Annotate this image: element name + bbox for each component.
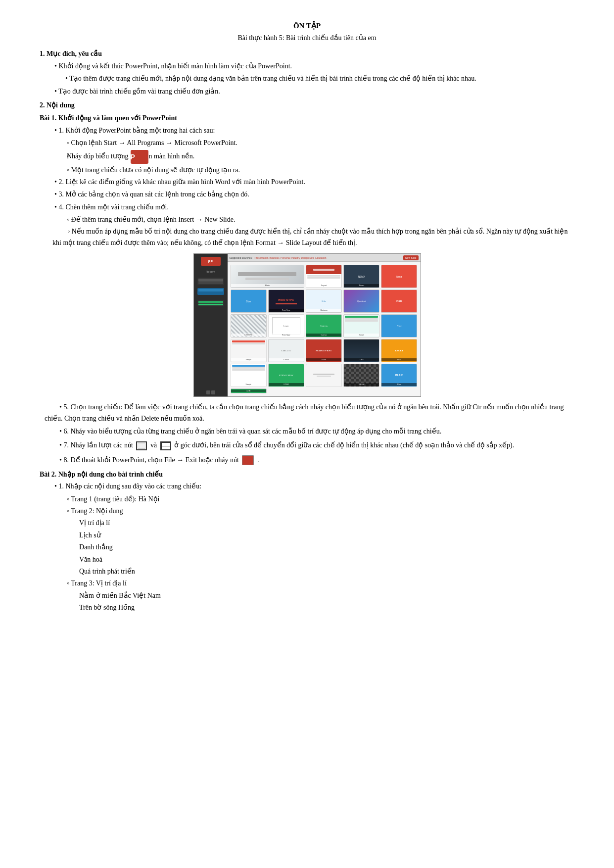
pp-sidebar: PP Recent: [194, 254, 228, 396]
bai1-item4-sub1: ◦ Để thêm trang chiếu mới, chọn lệnh Ins…: [67, 214, 574, 225]
bai1-item4-sub2: ◦ Nếu muốn áp dụng mẫu bố trí nội dung c…: [52, 226, 574, 248]
bai2-trang2-item1: Vị trí địa lí: [79, 518, 574, 529]
section1-bullet3: • Tạo được bài trình chiếu gồm vài trang…: [54, 86, 574, 97]
bai2-trang2-item3: Danh thắng: [79, 542, 574, 553]
pp-thumb-5: Blue: [231, 289, 267, 313]
bai1-item3: • 3. Mở các bảng chọn và quan sát các lệ…: [54, 189, 574, 200]
pp-thumb-3: NOVA Theme: [343, 265, 379, 288]
slide-view-icon: [136, 441, 147, 450]
bai1-item1-sub1: ◦ Chọn lệnh Start → All Programs → Micro…: [67, 138, 574, 148]
bai2-trang2-item4: Văn hoá: [79, 554, 574, 565]
grid-view-icon: [160, 441, 171, 450]
pp-thumb-14: Note: [381, 314, 417, 338]
pp-screenshot: PP Recent Suggested searches: Presentati…: [193, 253, 421, 397]
pp-top-bar: Suggested searches: Presentation Busines…: [228, 254, 421, 262]
bai1-item2: • 2. Liệt kê các điểm giống và khác nhau…: [54, 177, 574, 188]
pp-thumb-12: Canvas Canvas: [306, 314, 342, 338]
pp-thumb-9: Note: [381, 289, 417, 313]
bai1-item1-sub3: ◦ Một trang chiếu chưa có nội dung sẽ đư…: [67, 165, 574, 176]
pp-thumb-7: Life Business: [306, 289, 342, 313]
page-subtitle: Bài thực hành 5: Bài trình chiếu đầu tiê…: [40, 33, 574, 44]
pp-thumb-24: BLUE Blue: [381, 364, 417, 387]
pp-main-area: Suggested searches: Presentation Busines…: [228, 254, 421, 396]
bai2-trang2: ◦ Trang 2: Nội dung: [67, 506, 574, 517]
pp-thumb-13: Smart: [343, 314, 379, 338]
bai2-item1: • 1. Nhập các nội dung sau đây vào các t…: [54, 481, 574, 492]
bai1-item6: • 6. Nháy vào biểu tượng của từng trang …: [45, 426, 574, 437]
pp-thumb-17: MAIN EVENT Event: [306, 339, 342, 362]
pp-thumb-15: Simple: [231, 339, 267, 362]
pp-thumb-10: CANVAS: [231, 314, 267, 338]
bai1-item5: • 5. Chọn trang chiếu: Để làm việc với t…: [45, 402, 574, 424]
pp-thumb-18: Dark: [343, 339, 379, 362]
section1-heading: 1. Mục đích, yêu cầu: [40, 48, 574, 59]
section1-bullet2: • Tạo thêm được trang chiếu mới, nhập nộ…: [54, 73, 574, 84]
bai2-trang2-item5: Quá trình phát triển: [79, 566, 574, 577]
pp-slide-grid: Blank Layout NOVA Theme: [228, 262, 421, 396]
bai1-item4: • 4. Chèn thêm một vài trang chiếu mới.: [54, 202, 574, 213]
pp-thumb-6: WHO STPC Print Type: [268, 289, 304, 313]
pp-thumb-23: BEAM: [343, 364, 379, 387]
pp-new-presentation: [197, 300, 224, 306]
sub2-suffix: trên màn hình nền.: [150, 151, 195, 162]
pp-sidebar-item1: [197, 278, 224, 285]
bai1-item8: • 8. Để thoát khỏi PowerPoint, chọn File…: [45, 454, 574, 466]
pp-logo: PP: [201, 257, 221, 266]
powerpoint-icon: P: [131, 150, 148, 164]
pp-thumb-16: CIRCUIT Circuit: [268, 339, 304, 362]
bai1-heading: Bài 1. Khởi động và làm quen với PowerPo…: [40, 113, 574, 124]
page-title: ÔN TẬP: [40, 20, 574, 32]
pp-thumb-19: FACET Facet: [381, 339, 417, 362]
section2-heading: 2. Nội dung: [40, 100, 574, 111]
pp-sidebar-item2: [197, 288, 224, 295]
pp-thumb-22: [306, 364, 342, 387]
pp-thumb-2: Layout: [306, 265, 342, 288]
section1-bullet1: • Khởi động và kết thúc PowerPoint, nhận…: [54, 61, 574, 72]
bai2-heading: Bài 2. Nhập nội dung cho bài trình chiếu: [40, 469, 574, 480]
pp-thumb-20: Simple: [231, 364, 267, 387]
exit-icon: ✕: [242, 455, 254, 465]
bai2-trang1: ◦ Trang 1 (trang tiêu đề): Hà Nội: [67, 494, 574, 505]
pp-thumb-4: Note: [381, 265, 417, 288]
pp-thumb-1: Blank: [231, 265, 304, 288]
bai2-trang2-item2: Lịch sử: [79, 530, 574, 541]
bai1-item7: • 7. Nháy lần lượt các nút và ở góc dưới…: [45, 439, 574, 451]
pp-thumb-21: STEM CREW STEM: [268, 364, 304, 387]
bai1-item1: • 1. Khởi động PowerPoint bằng một trong…: [54, 125, 574, 136]
bai1-item1-sub2-container: ◦ Nháy đúp biểu tượng P trên màn hình nề…: [67, 150, 574, 164]
bai2-trang3: ◦ Trang 3: Vị trí địa lí: [67, 578, 574, 589]
pp-thumb-25: ACE ACE: [231, 388, 267, 393]
pp-thumb-8: Quotient: [343, 289, 379, 313]
bai2-trang3-item2: Trên bờ sông Hồng: [79, 602, 574, 613]
bai2-trang3-item1: Nằm ở miền Bắc Việt Nam: [79, 590, 574, 601]
pp-thumb-11: Logo Print Type: [268, 314, 304, 338]
sub2-text: Nháy đúp biểu tượng: [76, 151, 129, 162]
